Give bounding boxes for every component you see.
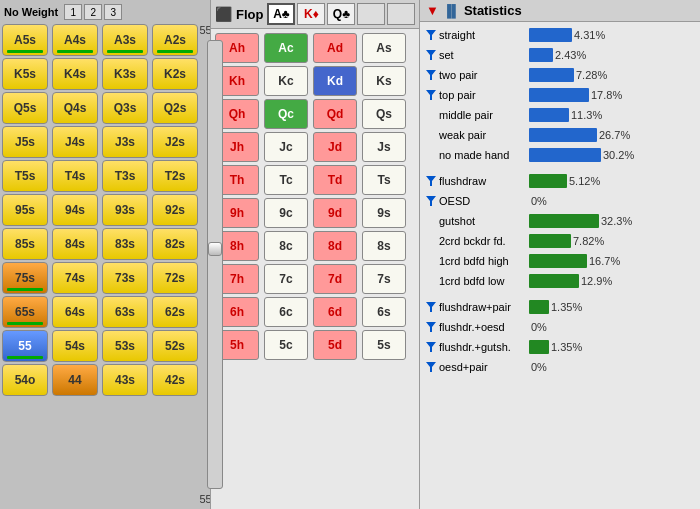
hand-cell-82s[interactable]: 82s	[152, 228, 198, 260]
card-Ts[interactable]: Ts	[362, 165, 406, 195]
hand-cell-95s[interactable]: 95s	[2, 194, 48, 226]
hand-cell-A3s[interactable]: A3s	[102, 24, 148, 56]
hand-cell-T2s[interactable]: T2s	[152, 160, 198, 192]
filter-icon	[426, 70, 436, 80]
hand-cell-42s[interactable]: 42s	[152, 364, 198, 396]
card-6s[interactable]: 6s	[362, 297, 406, 327]
hand-cell-J3s[interactable]: J3s	[102, 126, 148, 158]
stat-bar-container: 26.7%	[529, 128, 694, 142]
card-Js[interactable]: Js	[362, 132, 406, 162]
stat-bar	[529, 214, 599, 228]
card-5c[interactable]: 5c	[264, 330, 308, 360]
card-7c[interactable]: 7c	[264, 264, 308, 294]
card-Ad[interactable]: Ad	[313, 33, 357, 63]
left-panel: No Weight 1 2 3 A5sA4sA3sA2sK5sK4sK3sK2s…	[0, 0, 210, 509]
suit-btn-clubs2[interactable]: Q♣	[327, 3, 355, 25]
card-6d[interactable]: 6d	[313, 297, 357, 327]
hand-cell-43s[interactable]: 43s	[102, 364, 148, 396]
stats-list: straight4.31%set2.43%two pair7.28%top pa…	[420, 22, 700, 509]
hand-cell-A4s[interactable]: A4s	[52, 24, 98, 56]
card-9s[interactable]: 9s	[362, 198, 406, 228]
card-8s[interactable]: 8s	[362, 231, 406, 261]
num-btn-2[interactable]: 2	[84, 4, 102, 20]
hand-cell-92s[interactable]: 92s	[152, 194, 198, 226]
card-As[interactable]: As	[362, 33, 406, 63]
card-Td[interactable]: Td	[313, 165, 357, 195]
hand-cell-52s[interactable]: 52s	[152, 330, 198, 362]
stat-bar	[529, 234, 571, 248]
hand-cell-Q3s[interactable]: Q3s	[102, 92, 148, 124]
hand-cell-75s[interactable]: 75s	[2, 262, 48, 294]
hand-cell-Q5s[interactable]: Q5s	[2, 92, 48, 124]
num-btn-1[interactable]: 1	[64, 4, 82, 20]
hand-cell-A2s[interactable]: A2s	[152, 24, 198, 56]
hand-cell-65s[interactable]: 65s	[2, 296, 48, 328]
hand-cell-44[interactable]: 44	[52, 364, 98, 396]
hand-cell-55[interactable]: 55	[2, 330, 48, 362]
card-Jd[interactable]: Jd	[313, 132, 357, 162]
hand-cell-K3s[interactable]: K3s	[102, 58, 148, 90]
hand-cell-84s[interactable]: 84s	[52, 228, 98, 260]
hand-cell-93s[interactable]: 93s	[102, 194, 148, 226]
hand-cell-T5s[interactable]: T5s	[2, 160, 48, 192]
stat-bar-container: 5.12%	[529, 174, 694, 188]
hand-cell-64s[interactable]: 64s	[52, 296, 98, 328]
hand-cell-T3s[interactable]: T3s	[102, 160, 148, 192]
card-5d[interactable]: 5d	[313, 330, 357, 360]
hand-cell-53s[interactable]: 53s	[102, 330, 148, 362]
hand-cell-K2s[interactable]: K2s	[152, 58, 198, 90]
hand-cell-83s[interactable]: 83s	[102, 228, 148, 260]
hand-cell-85s[interactable]: 85s	[2, 228, 48, 260]
card-6c[interactable]: 6c	[264, 297, 308, 327]
stat-bar	[529, 68, 574, 82]
hand-cell-54s[interactable]: 54s	[52, 330, 98, 362]
card-Kc[interactable]: Kc	[264, 66, 308, 96]
card-5s[interactable]: 5s	[362, 330, 406, 360]
card-Qs[interactable]: Qs	[362, 99, 406, 129]
card-9c[interactable]: 9c	[264, 198, 308, 228]
stat-label: flushdraw	[439, 175, 529, 187]
card-Tc[interactable]: Tc	[264, 165, 308, 195]
hand-cell-74s[interactable]: 74s	[52, 262, 98, 294]
hand-cell-T4s[interactable]: T4s	[52, 160, 98, 192]
card-Ks[interactable]: Ks	[362, 66, 406, 96]
hand-cell-K4s[interactable]: K4s	[52, 58, 98, 90]
card-Ac[interactable]: Ac	[264, 33, 308, 63]
suit-slot-1[interactable]	[357, 3, 385, 25]
card-8d[interactable]: 8d	[313, 231, 357, 261]
hand-cell-72s[interactable]: 72s	[152, 262, 198, 294]
suit-btn-clubs[interactable]: A♣	[267, 3, 295, 25]
stat-bar-container: 1.35%	[529, 300, 694, 314]
card-8c[interactable]: 8c	[264, 231, 308, 261]
slider-thumb[interactable]	[208, 242, 222, 256]
stat-bar	[529, 274, 579, 288]
stat-label: 1crd bdfd high	[439, 255, 529, 267]
hand-cell-94s[interactable]: 94s	[52, 194, 98, 226]
card-Qd[interactable]: Qd	[313, 99, 357, 129]
hand-cell-J4s[interactable]: J4s	[52, 126, 98, 158]
hand-cell-73s[interactable]: 73s	[102, 262, 148, 294]
hand-cell-K5s[interactable]: K5s	[2, 58, 48, 90]
hand-cell-J2s[interactable]: J2s	[152, 126, 198, 158]
suit-btn-diamonds[interactable]: K♦	[297, 3, 325, 25]
card-7s[interactable]: 7s	[362, 264, 406, 294]
card-Qc[interactable]: Qc	[264, 99, 308, 129]
slider-track[interactable]	[207, 40, 223, 489]
hand-cell-A5s[interactable]: A5s	[2, 24, 48, 56]
hand-cell-Q2s[interactable]: Q2s	[152, 92, 198, 124]
card-9d[interactable]: 9d	[313, 198, 357, 228]
num-btn-3[interactable]: 3	[104, 4, 122, 20]
suit-slot-2[interactable]	[387, 3, 415, 25]
hand-cell-62s[interactable]: 62s	[152, 296, 198, 328]
card-Kd[interactable]: Kd	[313, 66, 357, 96]
card-Jc[interactable]: Jc	[264, 132, 308, 162]
hand-cell-J5s[interactable]: J5s	[2, 126, 48, 158]
hand-cell-54o[interactable]: 54o	[2, 364, 48, 396]
filter-icon	[426, 176, 436, 186]
stats-icon: ▼	[426, 3, 439, 18]
card-7d[interactable]: 7d	[313, 264, 357, 294]
filter-icon	[426, 322, 436, 332]
hand-cell-63s[interactable]: 63s	[102, 296, 148, 328]
hand-cell-Q4s[interactable]: Q4s	[52, 92, 98, 124]
flop-icon: ⬛	[215, 6, 232, 22]
